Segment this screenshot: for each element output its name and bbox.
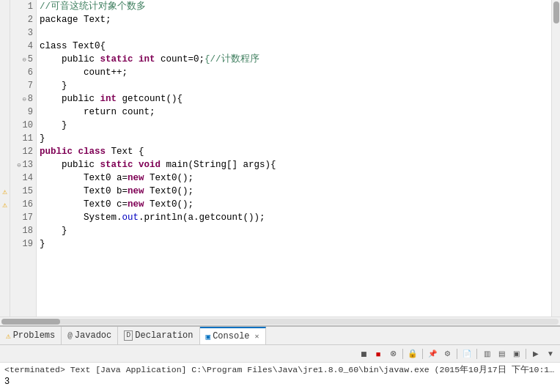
code-line: public static void main(String[] args){ xyxy=(40,158,548,171)
code-line: class Text0{ xyxy=(40,40,548,53)
line-number: 16 xyxy=(23,199,33,210)
tab-problems-label: Problems xyxy=(13,330,56,341)
code-token: new xyxy=(128,198,144,211)
warning-gutter-row xyxy=(0,26,10,40)
terminate-button[interactable]: ■ xyxy=(372,347,385,360)
view2-button[interactable]: ▤ xyxy=(495,347,508,360)
problems-icon: ⚠ xyxy=(6,331,11,341)
warning-gutter-row xyxy=(0,237,10,251)
console-output-area: <terminated> Text [Java Application] C:\… xyxy=(0,363,560,392)
code-token: static int xyxy=(100,53,155,66)
arrow-right-button[interactable]: ▶ xyxy=(529,347,542,360)
code-token: package Text; xyxy=(40,13,111,26)
line-number: 13 xyxy=(23,160,33,170)
code-token: count++; xyxy=(40,66,128,79)
code-token: getcount(){ xyxy=(117,92,183,106)
code-token: .println(a.getcount()); xyxy=(139,211,265,224)
code-line: package Text; xyxy=(40,13,548,26)
open-file-button[interactable]: 📄 xyxy=(460,347,474,360)
line-number-row: 19 xyxy=(10,237,36,251)
line-number: 15 xyxy=(23,186,33,196)
tab-problems[interactable]: ⚠ Problems xyxy=(0,327,62,344)
toolbar-sep1 xyxy=(402,349,403,359)
console-tab-close[interactable]: ✕ xyxy=(255,332,259,341)
line-number-row: 18 xyxy=(10,224,36,237)
horizontal-scrollbar[interactable] xyxy=(0,317,560,325)
line-number-row: 4 xyxy=(10,40,36,53)
code-line: public static int count=0;{//计数程序 xyxy=(40,53,548,66)
warning-gutter-row xyxy=(0,106,10,119)
code-token: Text0 a= xyxy=(40,171,128,185)
code-token: //可音这统计对象个数多 xyxy=(40,0,146,13)
line-number: 14 xyxy=(23,173,33,183)
warning-gutter-row xyxy=(0,92,10,106)
code-token: class Text0{ xyxy=(40,40,106,53)
warning-gutter: ⚠⚠ xyxy=(0,0,10,317)
bottom-tab-bar: ⚠ Problems @ Javadoc D Declaration ▣ Con… xyxy=(0,326,560,345)
code-token: count=0; xyxy=(155,53,205,66)
warning-gutter-row xyxy=(0,0,10,13)
code-token: Text { xyxy=(106,145,144,158)
tab-console[interactable]: ▣ Console ✕ xyxy=(200,327,266,344)
line-number: 1 xyxy=(28,1,33,12)
settings-button[interactable]: ⚙ xyxy=(441,347,454,360)
line-number-gutter: 1234⊖567⊖89101112⊖13141516171819 xyxy=(10,0,37,317)
collapse-icon[interactable]: ⊖ xyxy=(22,95,26,103)
code-container[interactable]: ⚠⚠ 1234⊖567⊖89101112⊖13141516171819 //可音… xyxy=(0,0,560,317)
line-number: 9 xyxy=(28,107,33,117)
line-number: 11 xyxy=(23,133,33,144)
code-line: public class Text { xyxy=(40,145,548,158)
view1-button[interactable]: ▥ xyxy=(480,347,493,360)
warning-gutter-row xyxy=(0,66,10,79)
toolbar-sep4 xyxy=(476,349,477,359)
clear-button[interactable]: ⊗ xyxy=(386,347,399,360)
line-number: 10 xyxy=(23,120,33,130)
line-number-row: 3 xyxy=(10,26,36,40)
collapse-icon[interactable]: ⊖ xyxy=(17,161,21,169)
warning-gutter-row xyxy=(0,158,10,171)
warning-gutter-row xyxy=(0,145,10,158)
code-token: class xyxy=(78,145,106,158)
vertical-scrollbar[interactable] xyxy=(551,0,560,317)
warning-gutter-row: ⚠ xyxy=(0,198,10,211)
stop-button[interactable]: ⏹ xyxy=(357,347,370,360)
tab-javadoc-label: Javadoc xyxy=(75,330,111,341)
code-token: public xyxy=(40,92,100,106)
collapse-icon[interactable]: ⊖ xyxy=(22,56,26,64)
scroll-lock-button[interactable]: 🔒 xyxy=(406,347,419,360)
line-number-row: 10 xyxy=(10,119,36,132)
view3-button[interactable]: ▣ xyxy=(509,347,523,360)
line-number: 6 xyxy=(28,67,33,78)
line-number: 7 xyxy=(28,81,33,91)
code-line: } xyxy=(40,79,548,92)
code-token: } xyxy=(40,132,45,145)
warning-gutter-row xyxy=(0,79,10,92)
line-number-row: 12 xyxy=(10,145,36,158)
code-token: main(String[] args){ xyxy=(161,158,276,171)
code-token: out xyxy=(122,211,139,224)
warning-gutter-row xyxy=(0,132,10,145)
code-line: Text0 b=new Text0(); xyxy=(40,185,548,198)
line-number-row: 16 xyxy=(10,198,36,211)
warning-gutter-row xyxy=(0,211,10,224)
code-token: Text0 b= xyxy=(40,185,128,198)
arrow-down-button[interactable]: ▼ xyxy=(544,347,557,360)
line-number: 17 xyxy=(23,212,33,223)
line-number-row: 14 xyxy=(10,171,36,185)
code-line: } xyxy=(40,237,548,251)
code-token: Text0(); xyxy=(144,198,194,211)
declaration-icon: D xyxy=(124,330,133,341)
line-number-row: ⊖5 xyxy=(10,53,36,66)
code-editor[interactable]: //可音这统计对象个数多package Text;class Text0{ pu… xyxy=(37,0,551,317)
tab-javadoc[interactable]: @ Javadoc xyxy=(62,327,118,344)
tab-declaration[interactable]: D Declaration xyxy=(118,327,199,344)
code-line: count++; xyxy=(40,66,548,79)
pin-button[interactable]: 📌 xyxy=(426,347,439,360)
code-line xyxy=(40,26,548,40)
warning-gutter-row xyxy=(0,171,10,185)
code-token: } xyxy=(40,224,67,237)
code-line: System.out.println(a.getcount()); xyxy=(40,211,548,224)
code-line: } xyxy=(40,224,548,237)
line-number-row: ⊖8 xyxy=(10,92,36,106)
code-token: Text0 c= xyxy=(40,198,128,211)
